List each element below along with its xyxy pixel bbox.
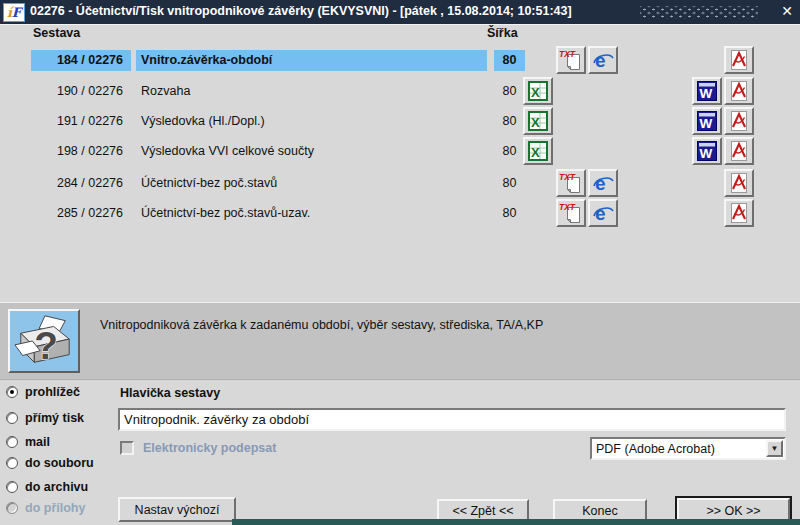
txt-export-icon[interactable]: TXT: [556, 46, 586, 74]
pdf-export-icon[interactable]: [724, 137, 754, 165]
pdf-export-icon[interactable]: [724, 46, 754, 74]
info-panel: ? Vnitropodniková závěrka k zadanému obd…: [0, 302, 800, 380]
radio-label: do souboru: [25, 456, 94, 470]
svg-text:e: e: [595, 203, 606, 224]
radio-option[interactable]: přímý tisk: [6, 410, 84, 426]
svg-text:W: W: [700, 86, 713, 101]
word-export-icon[interactable]: W: [692, 77, 722, 105]
report-width: 80: [494, 141, 525, 162]
report-name: Účetnictví-bez poč.stavů: [136, 173, 487, 194]
report-code: 191 / 02276: [31, 111, 131, 132]
radio-button-icon: [6, 386, 18, 398]
radio-button-icon: [6, 502, 18, 514]
browser-export-icon[interactable]: e: [588, 46, 618, 74]
report-code: 285 / 02276: [31, 203, 131, 224]
report-name: Výsledovka VVI celkové součty: [136, 141, 487, 162]
table-row[interactable]: 198 / 02276 Výsledovka VVI celkové součt…: [0, 141, 800, 162]
radio-option: do přílohy: [6, 500, 85, 516]
pdf-export-icon[interactable]: [724, 77, 754, 105]
window-title: 02276 - Účetnictví/Tisk vnitropodnikové …: [30, 4, 572, 18]
close-icon[interactable]: ✕: [781, 3, 793, 19]
radio-option[interactable]: prohlížeč: [6, 384, 80, 400]
radio-label: prohlížeč: [25, 385, 80, 399]
radio-label: mail: [25, 435, 50, 449]
app-logo-icon: íF: [3, 3, 25, 22]
svg-text:?: ?: [34, 324, 58, 367]
right-export-icons: [688, 169, 754, 197]
txt-export-icon[interactable]: TXT: [556, 169, 586, 197]
svg-text:e: e: [595, 173, 606, 194]
browser-export-icon[interactable]: e: [588, 169, 618, 197]
inline-export-icons: X: [523, 77, 619, 105]
inline-export-icons: X: [523, 107, 619, 135]
pdf-export-icon[interactable]: [724, 107, 754, 135]
sign-checkbox-label: Elektronicky podepsat: [143, 441, 276, 455]
report-width: 80: [494, 50, 525, 71]
radio-label: do archivu: [25, 480, 88, 494]
browser-export-icon[interactable]: e: [588, 199, 618, 227]
radio-button-icon: [6, 412, 18, 424]
table-row[interactable]: 285 / 02276 Účetnictví-bez poč.stavů-uza…: [0, 203, 800, 224]
txt-export-icon[interactable]: TXT: [556, 199, 586, 227]
sign-checkbox: [120, 441, 134, 455]
excel-export-icon[interactable]: X: [523, 137, 553, 165]
word-export-icon[interactable]: W: [692, 137, 722, 165]
app-window: íF 02276 - Účetnictví/Tisk vnitropodniko…: [0, 0, 800, 525]
pdf-export-icon[interactable]: [724, 199, 754, 227]
radio-label: přímý tisk: [25, 411, 84, 425]
report-code: 284 / 02276: [31, 173, 131, 194]
report-name: Rozvaha: [136, 81, 487, 102]
right-export-icons: W: [688, 77, 754, 105]
table-row[interactable]: 184 / 02276 Vnitro.závěrka-období 80 TXT…: [0, 50, 800, 71]
titlebar: íF 02276 - Účetnictví/Tisk vnitropodniko…: [0, 0, 800, 25]
excel-export-icon[interactable]: X: [523, 77, 553, 105]
report-header-input[interactable]: [118, 408, 786, 431]
svg-text:X: X: [531, 115, 540, 130]
right-export-icons: W: [688, 107, 754, 135]
report-code: 184 / 02276: [31, 50, 131, 71]
excel-export-icon[interactable]: X: [523, 107, 553, 135]
right-export-icons: W: [688, 137, 754, 165]
titlebar-grip: [640, 6, 758, 19]
report-width: 80: [494, 203, 525, 224]
chevron-down-icon[interactable]: ▼: [766, 440, 783, 457]
report-description: Vnitropodniková závěrka k zadanému obdob…: [100, 318, 780, 332]
column-header-sestava: Sestava: [33, 26, 80, 40]
radio-button-icon: [6, 436, 18, 448]
svg-text:TXT: TXT: [559, 202, 576, 212]
column-header-sirka: Šířka: [487, 26, 518, 40]
right-export-icons: [688, 199, 754, 227]
radio-option[interactable]: do archivu: [6, 479, 88, 495]
svg-text:TXT: TXT: [559, 172, 576, 182]
svg-text:TXT: TXT: [559, 49, 576, 59]
printer-question-icon[interactable]: ?: [8, 309, 80, 373]
background-window-edge: [232, 519, 800, 525]
radio-button-icon: [6, 457, 18, 469]
svg-text:W: W: [700, 116, 713, 131]
output-format-value: PDF (Adobe Acrobat): [592, 442, 766, 456]
table-row[interactable]: 284 / 02276 Účetnictví-bez poč.stavů 80 …: [0, 173, 800, 194]
svg-text:W: W: [700, 146, 713, 161]
report-name: Vnitro.závěrka-období: [136, 50, 487, 71]
inline-export-icons: TXT e: [523, 199, 619, 227]
right-export-icons: [688, 46, 754, 74]
table-row[interactable]: 190 / 02276 Rozvaha 80 X W: [0, 81, 800, 102]
svg-text:X: X: [531, 85, 540, 100]
set-default-button[interactable]: Nastav výchozí: [118, 497, 236, 522]
inline-export-icons: TXT e: [523, 46, 619, 74]
pdf-export-icon[interactable]: [724, 169, 754, 197]
radio-option[interactable]: do souboru: [6, 455, 94, 471]
report-code: 190 / 02276: [31, 81, 131, 102]
inline-export-icons: X: [523, 137, 619, 165]
radio-label: do přílohy: [25, 501, 85, 515]
output-format-select[interactable]: PDF (Adobe Acrobat) ▼: [590, 437, 786, 460]
radio-button-icon: [6, 481, 18, 493]
report-width: 80: [494, 111, 525, 132]
report-code: 198 / 02276: [31, 141, 131, 162]
svg-text:e: e: [595, 50, 606, 71]
table-row[interactable]: 191 / 02276 Výsledovka (Hl./Dopl.) 80 X …: [0, 111, 800, 132]
svg-text:X: X: [531, 145, 540, 160]
report-width: 80: [494, 81, 525, 102]
radio-option[interactable]: mail: [6, 434, 50, 450]
word-export-icon[interactable]: W: [692, 107, 722, 135]
